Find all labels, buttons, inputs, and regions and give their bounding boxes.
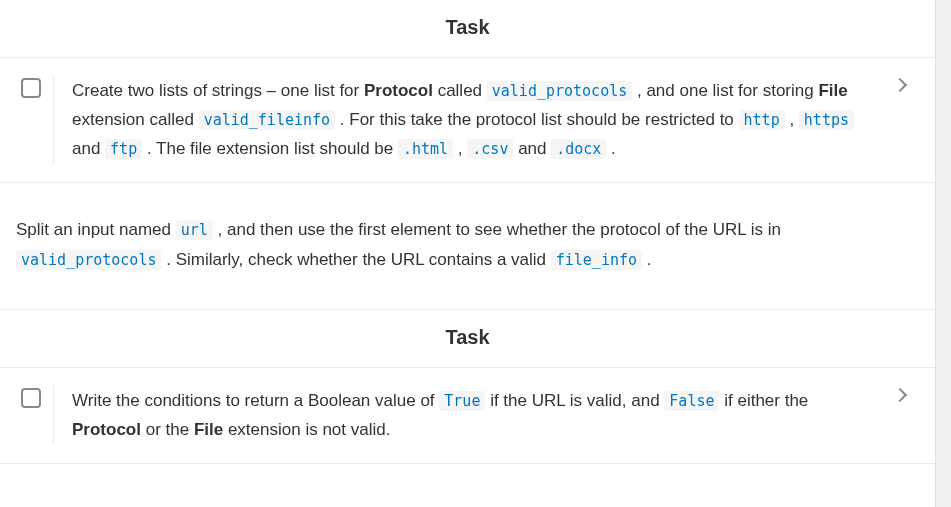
- inline-code: http: [739, 110, 785, 130]
- text: and: [72, 139, 105, 158]
- text: and: [513, 139, 551, 158]
- text: ,: [453, 139, 467, 158]
- inline-code: file_info: [551, 250, 642, 270]
- inline-code: valid_protocols: [487, 81, 632, 101]
- text-bold: Protocol: [72, 420, 141, 439]
- text: . Similarly, check whether the URL conta…: [161, 250, 550, 269]
- inline-code: https: [799, 110, 854, 130]
- chevron-right-icon[interactable]: [893, 388, 907, 402]
- text: extension is not valid.: [223, 420, 390, 439]
- task-item-2: Write the conditions to return a Boolean…: [0, 367, 935, 463]
- task-heading-2: Task: [0, 310, 935, 367]
- text: .: [606, 139, 615, 158]
- task-text-2: Write the conditions to return a Boolean…: [54, 386, 885, 444]
- inline-code: .docx: [551, 139, 606, 159]
- text: , and one list for storing: [632, 81, 818, 100]
- inline-code: ftp: [105, 139, 142, 159]
- text: , and then use the first element to see …: [213, 220, 781, 239]
- task-text-1: Create two lists of strings – one list f…: [54, 76, 885, 164]
- text: Write the conditions to return a Boolean…: [72, 391, 439, 410]
- text: . For this take the protocol list should…: [335, 110, 738, 129]
- text: called: [433, 81, 487, 100]
- text: extension called: [72, 110, 199, 129]
- text: Create two lists of strings – one list f…: [72, 81, 364, 100]
- scrollbar-track[interactable]: [935, 0, 951, 507]
- text: or the: [141, 420, 194, 439]
- inline-code: True: [439, 391, 485, 411]
- task-heading-1: Task: [0, 0, 935, 57]
- text-bold: File: [818, 81, 847, 100]
- text: if either the: [719, 391, 808, 410]
- inline-code: False: [664, 391, 719, 411]
- text: if the URL is valid, and: [485, 391, 664, 410]
- checkbox-icon[interactable]: [21, 78, 41, 98]
- chevron-right-icon[interactable]: [893, 78, 907, 92]
- inline-code: url: [176, 220, 213, 240]
- inline-code: .html: [398, 139, 453, 159]
- text: Split an input named: [16, 220, 176, 239]
- checkbox-icon[interactable]: [21, 388, 41, 408]
- text: .: [642, 250, 651, 269]
- text: . The file extension list should be: [142, 139, 398, 158]
- inline-code: valid_fileinfo: [199, 110, 335, 130]
- prose-paragraph: Split an input named url , and then use …: [0, 183, 935, 311]
- text-bold: File: [194, 420, 223, 439]
- inline-code: .csv: [467, 139, 513, 159]
- text: ,: [785, 110, 799, 129]
- text-bold: Protocol: [364, 81, 433, 100]
- inline-code: valid_protocols: [16, 250, 161, 270]
- task-item-1: Create two lists of strings – one list f…: [0, 57, 935, 183]
